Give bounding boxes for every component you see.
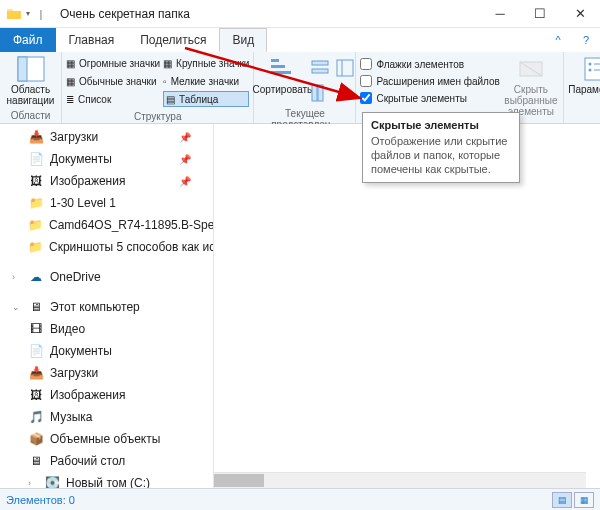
checkbox-item-flags[interactable]: Флажки элементов: [360, 56, 499, 72]
folder-icon: 📁: [28, 239, 43, 255]
svg-rect-4: [271, 71, 291, 74]
options-button[interactable]: Параметры: [568, 55, 600, 95]
ribbon-group-panes-label: Области: [0, 109, 61, 123]
window-title: Очень секретная папка: [54, 7, 480, 21]
nav-downloads[interactable]: 📥Загрузки📌: [2, 126, 213, 148]
documents-icon: 📄: [28, 343, 44, 359]
nav-documents[interactable]: 📄Документы📌: [2, 148, 213, 170]
checkbox-input[interactable]: [360, 75, 372, 87]
size-columns-button[interactable]: [334, 57, 356, 79]
tooltip-body: Отображение или скрытие файлов и папок, …: [371, 135, 511, 176]
close-button[interactable]: ✕: [560, 0, 600, 28]
nav-3dobjects[interactable]: 📦Объемные объекты: [2, 428, 213, 450]
downloads-icon: 📥: [28, 129, 44, 145]
pin-icon: 📌: [179, 176, 191, 187]
layout-list[interactable]: ≣Список: [66, 91, 160, 107]
nav-folder-scr[interactable]: 📁Скриншоты 5 способов как исправи: [2, 236, 213, 258]
options-icon: [581, 56, 600, 82]
svg-rect-5: [312, 61, 328, 65]
layout-huge[interactable]: ▦Огромные значки: [66, 55, 160, 71]
ribbon-group-panes: Область навигации Области: [0, 52, 62, 123]
nav-music[interactable]: 🎵Музыка: [2, 406, 213, 428]
navigation-pane[interactable]: 📥Загрузки📌 📄Документы📌 🖼Изображения📌 📁1-…: [0, 124, 214, 488]
options-label: Параметры: [568, 84, 600, 95]
titlebar: ▾ | Очень секретная папка ─ ☐ ✕: [0, 0, 600, 28]
folder-icon: 📁: [28, 217, 43, 233]
downloads-icon: 📥: [28, 365, 44, 381]
video-icon: 🎞: [28, 321, 44, 337]
view-thumbnails-button[interactable]: ▦: [574, 492, 594, 508]
nav-drive-c[interactable]: ›💽Новый том (C:): [2, 472, 213, 488]
folder-icon: 📁: [28, 195, 44, 211]
svg-rect-8: [318, 85, 323, 101]
nav-pane-icon: [17, 56, 45, 82]
checkbox-hidden-items[interactable]: Скрытые элементы: [360, 90, 499, 106]
view-details-button[interactable]: ▤: [552, 492, 572, 508]
checkbox-input[interactable]: [360, 58, 372, 70]
nav-downloads2[interactable]: 📥Загрузки: [2, 362, 213, 384]
drive-icon: 💽: [44, 475, 60, 488]
tab-view[interactable]: Вид: [219, 28, 267, 52]
layout-icon: ▤: [166, 94, 175, 105]
layout-icon: ▦: [66, 76, 75, 87]
pc-icon: 🖥: [28, 299, 44, 315]
qat-separator: |: [34, 8, 48, 20]
sort-button[interactable]: Сортировать: [258, 55, 306, 95]
help-button[interactable]: ^: [544, 28, 572, 52]
ribbon-help-icon[interactable]: ?: [572, 28, 600, 52]
tab-file[interactable]: Файл: [0, 28, 56, 52]
chevron-right-icon: ›: [28, 478, 38, 488]
sort-label: Сортировать: [253, 84, 313, 95]
status-bar: Элементов: 0 ▤ ▦: [0, 488, 600, 510]
layout-icon: ▫: [163, 76, 167, 87]
add-columns-button[interactable]: [309, 82, 331, 104]
chevron-down-icon: ⌄: [12, 302, 22, 312]
minimize-button[interactable]: ─: [480, 0, 520, 28]
nav-desktop[interactable]: 🖥Рабочий стол: [2, 450, 213, 472]
svg-rect-6: [312, 69, 328, 73]
documents-icon: 📄: [28, 151, 44, 167]
maximize-button[interactable]: ☐: [520, 0, 560, 28]
horizontal-scrollbar[interactable]: [214, 472, 586, 488]
checkbox-file-ext[interactable]: Расширения имен файлов: [360, 73, 499, 89]
svg-rect-2: [271, 59, 279, 62]
layout-normal[interactable]: ▦Обычные значки: [66, 73, 160, 89]
pictures-icon: 🖼: [28, 173, 44, 189]
tab-home[interactable]: Главная: [56, 28, 128, 52]
pin-icon: 📌: [179, 154, 191, 165]
nav-documents2[interactable]: 📄Документы: [2, 340, 213, 362]
quick-access-toolbar: ▾ |: [0, 6, 54, 22]
desktop-icon: 🖥: [28, 453, 44, 469]
ribbon-group-layout: ▦Огромные значки ▦Обычные значки ≣Список…: [62, 52, 254, 123]
nav-pictures[interactable]: 🖼Изображения📌: [2, 170, 213, 192]
nav-onedrive[interactable]: ›☁OneDrive: [2, 266, 213, 288]
layout-table[interactable]: ▤Таблица: [163, 91, 249, 107]
pin-icon: 📌: [179, 132, 191, 143]
nav-thispc[interactable]: ⌄🖥Этот компьютер: [2, 296, 213, 318]
group-by-button[interactable]: [309, 57, 331, 79]
layout-icon: ≣: [66, 94, 74, 105]
ribbon-group-current: Сортировать Текущее представлен...: [254, 52, 356, 123]
ribbon-group-options: Параметры: [564, 52, 600, 123]
hide-selected-button[interactable]: Скрыть выбранные элементы: [503, 55, 559, 117]
svg-point-14: [588, 63, 591, 66]
nav-pictures2[interactable]: 🖼Изображения: [2, 384, 213, 406]
status-item-count: Элементов: 0: [6, 494, 75, 506]
nav-pane-button[interactable]: Область навигации: [4, 55, 57, 106]
svg-rect-3: [271, 65, 285, 68]
tab-share[interactable]: Поделиться: [127, 28, 219, 52]
qat-dropdown-icon[interactable]: ▾: [24, 9, 32, 18]
layout-large[interactable]: ▦Крупные значки: [163, 55, 249, 71]
folder-icon: [6, 6, 22, 22]
scrollbar-thumb[interactable]: [214, 474, 264, 487]
objects3d-icon: 📦: [28, 431, 44, 447]
ribbon-tabs: Файл Главная Поделиться Вид ^ ?: [0, 28, 600, 52]
checkbox-input[interactable]: [360, 92, 372, 104]
sort-icon: [268, 56, 296, 82]
layout-small[interactable]: ▫Мелкие значки: [163, 73, 249, 89]
nav-folder-level[interactable]: 📁1-30 Level 1: [2, 192, 213, 214]
onedrive-icon: ☁: [28, 269, 44, 285]
nav-video[interactable]: 🎞Видео: [2, 318, 213, 340]
ribbon-group-layout-label: Структура: [62, 110, 253, 124]
nav-folder-camd[interactable]: 📁Camd64OS_R74-11895.B-Special: [2, 214, 213, 236]
